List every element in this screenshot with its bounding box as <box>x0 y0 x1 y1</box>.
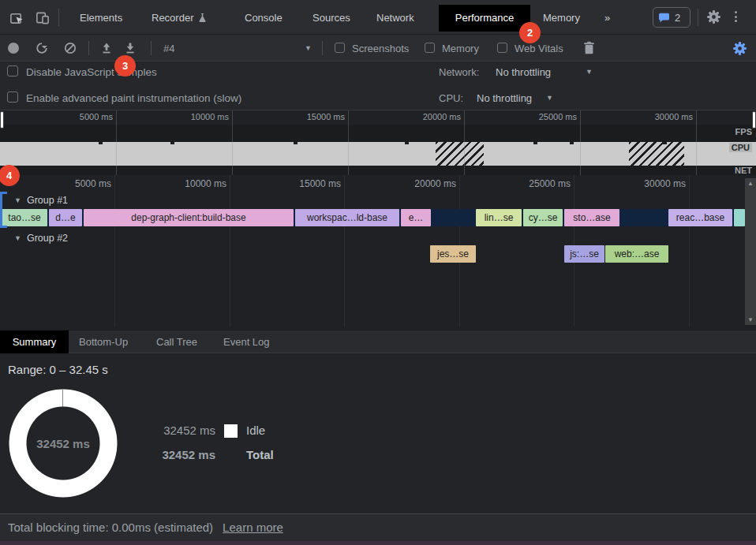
tab-recorder[interactable]: Recorder <box>152 5 207 32</box>
overview-gridline <box>232 110 233 175</box>
checkbox-label-web-vitals: Web Vitals <box>515 43 563 54</box>
flame-scrollbar[interactable]: ▲ ▼ <box>745 178 756 325</box>
network-throttle-select[interactable]: No throttling <box>496 66 551 78</box>
tab-event-log[interactable]: Event Log <box>223 330 270 353</box>
flame-tick-label: 5000 ms <box>48 178 111 189</box>
flame-bar-reac-base[interactable]: reac…base <box>668 209 732 226</box>
group-header-group-1[interactable]: ▼Group #1 <box>14 195 68 206</box>
load-profile-icon[interactable] <box>100 42 113 58</box>
legend-value-idle: 32452 ms <box>160 424 215 437</box>
record-button[interactable] <box>8 43 19 54</box>
cpu-throttle-select[interactable]: No throttling <box>477 92 532 104</box>
flame-gridline <box>689 175 690 327</box>
overview-gridline <box>464 110 465 175</box>
flame-bar-e[interactable]: e… <box>401 209 431 226</box>
checkbox-screenshots[interactable] <box>335 43 345 53</box>
overview-gridline <box>696 110 697 175</box>
issues-count: 2 <box>675 12 680 24</box>
inspect-element-icon[interactable] <box>9 10 24 28</box>
legend-value-total: 32452 ms <box>160 448 215 461</box>
flame-gridline <box>344 175 345 327</box>
checkbox-label-screenshots: Screenshots <box>352 43 409 54</box>
profile-select-caret-icon[interactable]: ▼ <box>305 44 312 52</box>
kebab-menu-icon[interactable] <box>735 11 737 22</box>
flame-bar-cy-se[interactable]: cy…se <box>523 209 563 226</box>
devtools-window: 2 ElementsRecorderConsoleSourcesNetworkP… <box>0 0 756 545</box>
divider <box>698 9 698 26</box>
details-tab-strip: SummaryBottom-UpCall TreeEvent Log <box>0 330 756 353</box>
flame-tick-label: 10000 ms <box>163 178 226 189</box>
checkbox-memory[interactable] <box>425 43 435 53</box>
tab-bottom-up[interactable]: Bottom-Up <box>79 330 128 353</box>
flame-bar-tao-se[interactable]: tao…se <box>2 209 47 226</box>
tab-console[interactable]: Console <box>245 5 283 32</box>
settings-gear-icon[interactable] <box>706 9 721 28</box>
flame-tick-label: 30000 ms <box>623 178 686 189</box>
overview-gridline <box>116 110 117 175</box>
flame-chart[interactable]: ▲ ▼ 5000 ms10000 ms15000 ms20000 ms25000… <box>0 175 756 330</box>
checkbox-label-memory: Memory <box>442 43 479 54</box>
scroll-down-icon[interactable]: ▼ <box>745 316 756 323</box>
network-throttle-caret-icon[interactable]: ▼ <box>586 68 593 76</box>
tab-call-tree[interactable]: Call Tree <box>156 330 197 353</box>
tab-performance[interactable]: Performance <box>439 5 530 32</box>
tab-elements[interactable]: Elements <box>80 5 122 32</box>
cpu-activity-mark <box>533 142 537 144</box>
profile-select[interactable]: #4 <box>163 43 174 54</box>
desktop-edge-strip <box>0 541 756 545</box>
flame-bar-item[interactable] <box>734 209 745 226</box>
flame-bar-web-ase[interactable]: web:…ase <box>605 245 668 263</box>
overview-tick-label: 25000 ms <box>522 112 577 121</box>
disclosure-triangle-icon[interactable]: ▼ <box>14 196 21 204</box>
flame-bar-workspac-ld-base[interactable]: workspac…ld-base <box>295 209 399 226</box>
disclosure-triangle-icon[interactable]: ▼ <box>14 234 21 242</box>
donut-total-label: 32452 ms <box>36 437 90 450</box>
tab-network[interactable]: Network <box>376 5 414 32</box>
summary-pane: Range: 0 – 32.45 s 32452 ms 32452 msIdle… <box>0 354 756 513</box>
overview-left-handle[interactable] <box>0 111 4 129</box>
group-header-group-2[interactable]: ▼Group #2 <box>14 233 68 244</box>
overview-tick-label: 10000 ms <box>174 112 229 121</box>
capture-settings-gear-icon[interactable] <box>732 41 747 59</box>
donut-slice-gap <box>62 390 63 408</box>
learn-more-link[interactable]: Learn more <box>223 521 283 534</box>
reload-and-record-icon[interactable] <box>36 42 48 58</box>
tab-sources[interactable]: Sources <box>313 5 350 32</box>
flame-bar-js-se[interactable]: js:…se <box>564 245 604 263</box>
cpu-activity-mark <box>99 142 103 144</box>
tab-memory[interactable]: Memory <box>543 5 580 32</box>
performance-toolbar: #4 ▼ ScreenshotsMemoryWeb Vitals <box>0 35 756 62</box>
device-toolbar-icon[interactable] <box>35 10 50 28</box>
issues-counter[interactable]: 2 <box>653 7 691 28</box>
overview-gridline <box>348 110 349 175</box>
tab-[interactable]: » <box>604 5 610 32</box>
clear-icon[interactable] <box>64 42 77 58</box>
guide-badge-3: 3 <box>114 55 136 77</box>
overview-right-handle[interactable] <box>752 111 756 129</box>
cpu-activity-mark <box>570 142 574 144</box>
flame-bar-sto-ase[interactable]: sto…ase <box>564 209 619 226</box>
checkbox-disable-javascript-samples[interactable] <box>7 65 18 77</box>
checkbox-label-disable-javascript-samples: Disable JavaScript samples <box>26 66 157 78</box>
cpu-activity-mark <box>663 142 667 144</box>
cpu-throttle-caret-icon[interactable]: ▼ <box>546 94 553 102</box>
selected-group-bracket <box>0 192 7 228</box>
trash-icon[interactable] <box>583 41 595 58</box>
flame-tick-label: 20000 ms <box>393 178 456 189</box>
checkbox-enable-advanced-paint-instrumentation-slow[interactable] <box>7 91 18 103</box>
flame-bar-d-e[interactable]: d…e <box>49 209 82 226</box>
cpu-busy-hatch <box>436 142 484 166</box>
cpu-activity-mark <box>170 142 174 144</box>
flame-bar-dep-graph-client-build-base[interactable]: dep-graph-client:build-base <box>84 209 294 226</box>
timeline-overview[interactable]: 5000 ms10000 ms15000 ms20000 ms25000 ms3… <box>0 110 756 175</box>
lane-label-cpu: CPU <box>729 143 752 152</box>
flame-bar-jes-se[interactable]: jes…se <box>430 245 476 263</box>
overview-tick-label: 5000 ms <box>58 112 113 121</box>
capture-settings-pane: Network: No throttling ▼ CPU: No throttl… <box>0 62 756 110</box>
divider <box>322 41 323 55</box>
scroll-up-icon[interactable]: ▲ <box>745 180 756 187</box>
tab-summary[interactable]: Summary <box>0 330 69 353</box>
chat-bubble-icon <box>658 13 670 23</box>
flame-bar-lin-se[interactable]: lin…se <box>476 209 522 226</box>
checkbox-web-vitals[interactable] <box>497 43 507 53</box>
